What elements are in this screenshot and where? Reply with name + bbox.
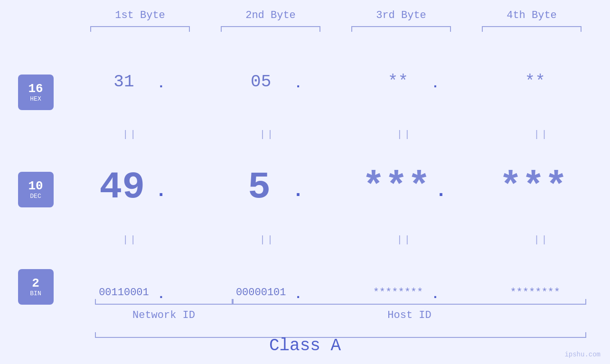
hex-badge-num: 16 <box>28 82 43 96</box>
dec-b3-value: *** <box>362 166 431 209</box>
sep2-b2: || <box>215 234 319 245</box>
dec-cell-2: 5 . <box>203 166 331 209</box>
sep-row-2: || || || || <box>62 230 610 249</box>
sep2-b3: || <box>352 234 457 245</box>
hex-dot-3: . <box>431 76 439 91</box>
hex-b4-value: ** <box>507 72 563 92</box>
hex-badge: 16 HEX <box>18 75 54 110</box>
byte4-header: 4th Byte <box>479 9 584 21</box>
bin-b1-value: 00110001 <box>95 287 152 299</box>
bin-b4-value: ******** <box>507 287 563 299</box>
bin-badge-num: 2 <box>32 277 39 290</box>
byte2-header: 2nd Byte <box>218 9 323 21</box>
bottom-brackets <box>95 299 586 305</box>
hex-b2-value: 05 <box>233 72 290 92</box>
hex-cell-2: 05 . <box>203 72 331 92</box>
bracket-byte1 <box>90 26 190 32</box>
hex-row: 31 . 05 . ** . ** . <box>62 39 610 125</box>
bracket-byte4 <box>482 26 582 32</box>
bin-row: 00110001 . 00000101 . ******** . *******… <box>62 249 610 336</box>
byte-headers: 1st Byte 2nd Byte 3rd Byte 4th Byte <box>75 9 597 21</box>
class-label: Class A <box>0 336 610 355</box>
bin-badge-base: BIN <box>30 290 41 297</box>
dec-cell-4: *** . <box>478 166 606 209</box>
hex-cell-3: ** . <box>340 72 469 92</box>
dec-dot-2: . <box>292 180 304 202</box>
hex-cell-4: ** . <box>478 72 606 92</box>
dec-cell-3: *** . <box>340 166 469 209</box>
dec-badge-base: DEC <box>30 193 41 200</box>
sep1-b4: || <box>489 129 594 140</box>
bottom-area: Network ID Host ID <box>95 299 586 321</box>
bottom-labels: Network ID Host ID <box>95 309 586 321</box>
sep2-b4: || <box>489 234 594 245</box>
dec-dot-3: . <box>435 180 447 202</box>
bin-b3-value: ******** <box>369 287 426 299</box>
sep-row-1: || || || || <box>62 125 610 144</box>
bracket-byte2 <box>221 26 320 32</box>
bin-b2-value: 00000101 <box>233 287 290 299</box>
dec-badge-num: 10 <box>28 179 43 193</box>
dec-badge: 10 DEC <box>18 172 54 207</box>
host-bracket <box>233 299 586 305</box>
hex-cell-1: 31 . <box>66 72 194 92</box>
network-bracket <box>95 299 233 305</box>
dec-cell-1: 49 . <box>66 166 194 209</box>
hex-dot-1: . <box>157 76 165 91</box>
hex-dot-2: . <box>294 76 302 91</box>
byte1-header: 1st Byte <box>88 9 192 21</box>
sep1-b1: || <box>78 129 182 140</box>
dec-row: 49 . 5 . *** . *** . <box>62 144 610 231</box>
dec-dot-1: . <box>155 180 167 202</box>
hex-b1-value: 31 <box>95 72 152 92</box>
labels-column: 16 HEX 10 DEC 2 BIN <box>0 39 62 364</box>
bin-badge: 2 BIN <box>18 269 54 305</box>
dec-b4-value: *** <box>499 166 568 209</box>
byte3-header: 3rd Byte <box>349 9 453 21</box>
bracket-byte3 <box>351 26 451 32</box>
network-id-label: Network ID <box>95 309 233 321</box>
host-id-label: Host ID <box>233 309 586 321</box>
dec-b2-value: 5 <box>231 166 288 209</box>
hex-badge-base: HEX <box>30 95 41 103</box>
dec-b1-value: 49 <box>94 166 150 209</box>
watermark: ipshu.com <box>564 351 601 358</box>
hex-b3-value: ** <box>369 72 426 92</box>
sep1-b3: || <box>352 129 457 140</box>
main-container: 1st Byte 2nd Byte 3rd Byte 4th Byte 16 H… <box>0 0 610 364</box>
top-brackets <box>75 26 597 32</box>
sep2-b1: || <box>78 234 182 245</box>
sep1-b2: || <box>215 129 319 140</box>
